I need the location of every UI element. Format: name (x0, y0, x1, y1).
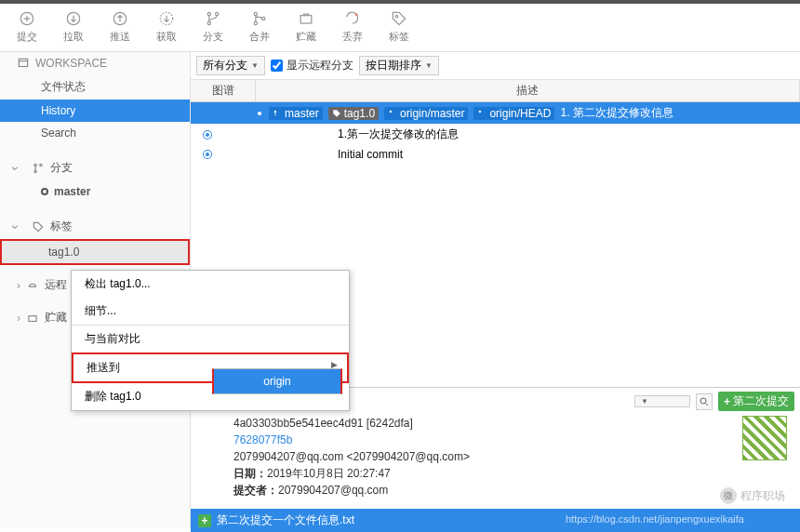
date: 2019年10月8日 20:27:47 (267, 467, 391, 480)
col-desc: 描述 (256, 80, 800, 101)
tag-button[interactable]: 标签 (389, 9, 409, 44)
stash-button[interactable]: 贮藏 (296, 9, 316, 44)
commit-hash: 4a03303bb5e541eec4d91 [6242dfa] (233, 417, 413, 430)
menu-diff[interactable]: 与当前对比 (72, 325, 349, 352)
commit-row-2[interactable]: 1.第一次提交修改的信息 (191, 124, 800, 145)
badge-master: master (269, 107, 323, 120)
pushto-submenu: origin (212, 368, 342, 394)
commit-message: Initial commit (269, 148, 403, 161)
sidebar-tags-section[interactable]: 标签 (0, 214, 190, 239)
svg-point-19 (390, 110, 393, 113)
svg-point-7 (254, 12, 257, 15)
svg-point-21 (700, 398, 706, 404)
menu-checkout[interactable]: 检出 tag1.0... (72, 271, 349, 298)
submenu-origin[interactable]: origin (214, 369, 340, 393)
col-graph: 图谱 (191, 80, 256, 101)
sort-dropdown[interactable]: 按日期排序 (359, 56, 439, 75)
sidebar-branch-master[interactable]: master (0, 180, 190, 203)
commit-row-3[interactable]: Initial commit (191, 145, 800, 164)
svg-point-18 (274, 110, 277, 113)
workspace-header[interactable]: WORKSPACE (0, 52, 190, 74)
svg-rect-17 (29, 315, 36, 321)
parent-hash-link[interactable]: 7628077f5b (233, 433, 292, 446)
commit-message: 1.第一次提交修改的信息 (269, 126, 459, 142)
branch-filter-dropdown[interactable]: 所有分支 (196, 56, 265, 75)
svg-rect-10 (300, 16, 312, 23)
svg-point-6 (207, 21, 210, 24)
show-remote-checkbox[interactable]: 显示远程分支 (271, 58, 353, 73)
fetch-button[interactable]: 获取 (156, 9, 177, 44)
search-icon[interactable] (696, 393, 713, 410)
commit-row-1[interactable]: master tag1.0 origin/master origin/HEAD … (191, 102, 800, 124)
watermark-url: https://blog.csdn.net/jianpengxuexikaifa (566, 513, 744, 525)
committer: 2079904207@qq.com (278, 484, 388, 497)
svg-point-12 (395, 15, 398, 18)
svg-point-16 (34, 170, 36, 172)
commit-summary-button[interactable]: +第二次提交 (718, 392, 794, 411)
commit-message: 1. 第二次提交修改信息 (560, 105, 673, 121)
sidebar-tag-10[interactable]: tag1.0 (0, 239, 190, 265)
pull-button[interactable]: 拉取 (63, 9, 84, 44)
detail-dropdown[interactable] (634, 395, 690, 407)
graph-ring-icon (204, 109, 213, 118)
sidebar-file-status[interactable]: 文件状态 (0, 74, 190, 100)
svg-point-4 (207, 12, 210, 15)
svg-point-20 (479, 110, 482, 113)
badge-origin-head: origin/HEAD (473, 107, 554, 120)
main-toolbar: 提交 拉取 推送 获取 分支 合并 贮藏 丢弃 标签 (0, 4, 800, 52)
push-button[interactable]: 推送 (110, 9, 130, 44)
svg-point-8 (254, 21, 257, 24)
svg-point-14 (34, 164, 36, 166)
filter-bar: 所有分支 显示远程分支 按日期排序 (191, 52, 800, 80)
avatar-icon (742, 416, 787, 460)
graph-dot-icon (256, 110, 263, 117)
author: 2079904207@qq.com <2079904207@qq.com> (233, 450, 470, 463)
menu-details[interactable]: 细节... (72, 298, 349, 325)
svg-point-11 (355, 14, 358, 17)
badge-tag10: tag1.0 (328, 107, 379, 120)
commits-header: 图谱 描述 (191, 80, 800, 102)
badge-origin-master: origin/master (384, 107, 468, 120)
svg-point-15 (40, 164, 42, 166)
discard-button[interactable]: 丢弃 (342, 9, 363, 44)
sidebar-search[interactable]: Search (0, 122, 190, 144)
svg-rect-13 (19, 59, 27, 66)
graph-dot-icon (204, 151, 211, 158)
branch-button[interactable]: 分支 (203, 9, 223, 44)
commit-button[interactable]: 提交 (17, 9, 37, 44)
watermark-logo: 微程序职场 (720, 487, 785, 504)
file-name: 第二次提交一个文件信息.txt (217, 512, 354, 528)
merge-button[interactable]: 合并 (249, 9, 270, 44)
graph-dot-icon (204, 131, 211, 139)
sidebar-branch-section[interactable]: 分支 (0, 155, 190, 180)
svg-point-5 (216, 12, 219, 15)
plus-icon: + (198, 514, 211, 527)
sidebar-history[interactable]: History (0, 100, 190, 122)
